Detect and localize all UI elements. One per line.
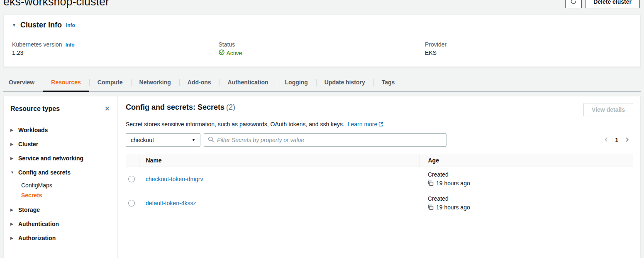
age-column-header: Age bbox=[420, 154, 633, 167]
chevron-down-icon: ▼ bbox=[192, 138, 195, 142]
tab-add-ons[interactable]: Add-ons bbox=[179, 74, 220, 91]
secrets-main: Config and secrets: Secrets(2) View deta… bbox=[118, 96, 640, 258]
sidebar-item-cluster[interactable]: ▶ Cluster bbox=[4, 137, 117, 151]
cluster-info-info-link[interactable]: Info bbox=[66, 22, 75, 28]
resource-types-tree: ▶ Workloads ▶ Cluster ▶ Service and netw… bbox=[4, 120, 117, 245]
learn-more-text: Learn more bbox=[348, 121, 378, 128]
cluster-info-header: ▼ Cluster info Info bbox=[4, 15, 640, 35]
sidebar-item-secrets[interactable]: Secrets bbox=[4, 190, 117, 200]
secret-link[interactable]: checkout-token-dmgrv bbox=[146, 176, 203, 182]
status-badge: Active bbox=[219, 49, 242, 57]
tab-tags[interactable]: Tags bbox=[373, 74, 403, 91]
sidebar-item-label: Storage bbox=[18, 206, 40, 213]
name-column-header: Name bbox=[139, 154, 420, 167]
check-circle-icon bbox=[219, 49, 224, 57]
sidebar-item-config-and-secrets[interactable]: ▼ Config and secrets bbox=[4, 165, 117, 179]
secrets-description: Secret stores sensitive information, suc… bbox=[126, 121, 633, 128]
secrets-count: (2) bbox=[226, 103, 235, 111]
caret-right-icon: ▶ bbox=[10, 128, 15, 132]
age-value: 19 hours ago bbox=[436, 180, 470, 187]
kubernetes-version-value: 1.23 bbox=[12, 49, 219, 56]
caret-right-icon: ▶ bbox=[10, 156, 15, 160]
pagination: 1 bbox=[603, 136, 633, 145]
secrets-title-text: Config and secrets: Secrets bbox=[126, 103, 224, 111]
sidebar-item-label: Config and secrets bbox=[18, 169, 71, 176]
caret-right-icon: ▶ bbox=[10, 222, 15, 226]
sidebar-item-label: Service and networking bbox=[18, 155, 83, 162]
tab-resources[interactable]: Resources bbox=[43, 74, 89, 91]
sidebar-item-configmaps[interactable]: ConfigMaps bbox=[4, 180, 117, 190]
pagination-prev-button[interactable] bbox=[603, 136, 610, 145]
cluster-tabs: Overview Resources Compute Networking Ad… bbox=[3, 74, 641, 92]
sidebar-item-service-and-networking[interactable]: ▶ Service and networking bbox=[4, 151, 117, 165]
sidebar-item-label: Workloads bbox=[18, 127, 48, 133]
delete-cluster-button[interactable]: Delete cluster bbox=[585, 0, 640, 8]
refresh-button[interactable] bbox=[565, 0, 582, 8]
pagination-page-1[interactable]: 1 bbox=[615, 137, 618, 143]
sidebar-item-authentication[interactable]: ▶ Authentication bbox=[4, 217, 117, 231]
caret-down-icon: ▼ bbox=[10, 170, 15, 174]
caret-right-icon: ▶ bbox=[10, 208, 15, 212]
age-value: 19 hours ago bbox=[436, 204, 470, 211]
config-and-secrets-children: ConfigMaps Secrets bbox=[4, 179, 117, 203]
sidebar-item-authorization[interactable]: ▶ Authorization bbox=[4, 231, 117, 245]
tab-authentication[interactable]: Authentication bbox=[220, 74, 277, 91]
kubernetes-version-label: Kubernetes version bbox=[12, 41, 62, 48]
caret-down-icon[interactable]: ▼ bbox=[12, 23, 16, 27]
filter-dropdown-value: checkout bbox=[131, 137, 154, 143]
cluster-info-body: Kubernetes version Info 1.23 Status Acti… bbox=[4, 35, 640, 66]
sidebar-item-label: Authorization bbox=[18, 235, 56, 241]
secret-link[interactable]: default-token-4kssz bbox=[146, 200, 196, 206]
provider-value: EKS bbox=[425, 49, 632, 56]
chevron-right-icon bbox=[624, 137, 630, 144]
search-box bbox=[204, 133, 446, 147]
tab-compute[interactable]: Compute bbox=[89, 74, 131, 91]
chevron-left-icon bbox=[603, 137, 609, 144]
cluster-info-title: Cluster info bbox=[20, 21, 62, 29]
tab-update-history[interactable]: Update history bbox=[316, 74, 373, 91]
header-actions: Delete cluster bbox=[565, 0, 640, 8]
table-header-row: Name Age bbox=[126, 154, 633, 167]
kubernetes-version-field: Kubernetes version Info 1.23 bbox=[12, 41, 219, 57]
external-link-icon bbox=[378, 121, 383, 128]
page-title: eks-workshop-cluster bbox=[3, 0, 109, 8]
created-label: Created bbox=[428, 171, 633, 178]
resources-panel: Resource types ✕ ▶ Workloads ▶ Cluster ▶… bbox=[3, 96, 641, 258]
selection-column-header bbox=[126, 154, 139, 167]
caret-right-icon: ▶ bbox=[10, 142, 15, 146]
cluster-info-panel: ▼ Cluster info Info Kubernetes version I… bbox=[3, 15, 641, 67]
created-label: Created bbox=[428, 195, 633, 202]
secrets-description-text: Secret stores sensitive information, suc… bbox=[126, 121, 344, 128]
page-header: eks-workshop-cluster Delete cluster bbox=[3, 0, 640, 9]
status-label: Status bbox=[219, 41, 235, 48]
status-value: Active bbox=[227, 50, 242, 57]
copy-icon[interactable] bbox=[428, 180, 434, 186]
row-radio-button[interactable] bbox=[128, 200, 135, 206]
learn-more-link[interactable]: Learn more bbox=[348, 121, 384, 128]
close-icon[interactable]: ✕ bbox=[104, 105, 111, 113]
table-row: default-token-4kssz Created 19 hours ago bbox=[126, 191, 633, 215]
tab-networking[interactable]: Networking bbox=[131, 74, 179, 91]
copy-icon[interactable] bbox=[428, 204, 434, 210]
resource-types-sidebar: Resource types ✕ ▶ Workloads ▶ Cluster ▶… bbox=[4, 96, 118, 258]
refresh-icon bbox=[570, 0, 577, 6]
provider-field: Provider EKS bbox=[425, 41, 632, 57]
filter-dropdown[interactable]: checkout ▼ bbox=[126, 133, 200, 147]
pagination-next-button[interactable] bbox=[623, 136, 631, 145]
sidebar-item-workloads[interactable]: ▶ Workloads bbox=[4, 123, 117, 137]
sidebar-item-label: Authentication bbox=[18, 221, 59, 227]
secrets-section-title: Config and secrets: Secrets(2) bbox=[126, 103, 235, 112]
sidebar-item-storage[interactable]: ▶ Storage bbox=[4, 203, 117, 217]
tab-logging[interactable]: Logging bbox=[277, 74, 316, 91]
sidebar-title: Resource types bbox=[10, 105, 60, 113]
tab-overview[interactable]: Overview bbox=[3, 74, 43, 91]
search-input[interactable] bbox=[217, 137, 442, 143]
sidebar-item-label: Cluster bbox=[18, 141, 38, 147]
row-radio-button[interactable] bbox=[128, 176, 135, 182]
view-details-button[interactable]: View details bbox=[583, 103, 633, 116]
kubernetes-version-info-link[interactable]: Info bbox=[66, 42, 75, 48]
caret-right-icon: ▶ bbox=[10, 236, 15, 240]
status-field: Status Active bbox=[219, 41, 425, 57]
secrets-table: Name Age checkout-token-dmgrv Created 19… bbox=[126, 154, 633, 215]
table-row: checkout-token-dmgrv Created 19 hours ag… bbox=[126, 167, 633, 191]
